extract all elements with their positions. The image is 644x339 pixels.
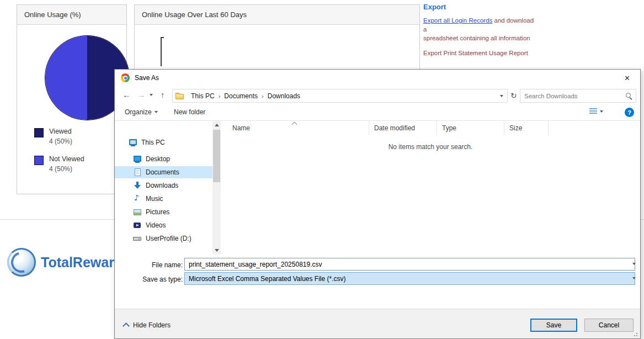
sidebar-item-this-pc[interactable]: This PC	[115, 136, 212, 149]
recent-locations-button[interactable]	[150, 94, 153, 96]
save-as-type-value: Microsoft Excel Comma Separated Values F…	[189, 275, 346, 283]
forward-button[interactable]: →	[137, 91, 145, 99]
change-view-button[interactable]	[589, 108, 603, 114]
scroll-down-button[interactable]	[212, 246, 221, 255]
legend-value: 4 (50%)	[49, 165, 84, 173]
legend-swatch-viewed	[34, 128, 44, 137]
dialog-titlebar[interactable]: Save As ✕	[115, 70, 640, 86]
sidebar-item-label: UserProfile (D:)	[146, 235, 191, 242]
search-box	[520, 89, 636, 103]
column-header-date-modified[interactable]: Date modified	[369, 121, 437, 135]
sidebar-item-label: Documents	[146, 168, 179, 176]
file-name-label: File name:	[115, 261, 183, 269]
dialog-footer: Hide Folders Save Cancel	[115, 309, 640, 338]
chevron-up-icon	[123, 322, 130, 330]
legend-swatch-not-viewed	[34, 156, 44, 165]
dialog-main-area: This PCDesktopDocumentsDownloadsMusicPic…	[115, 121, 640, 255]
sidebar-item-pictures[interactable]: Pictures	[115, 206, 212, 218]
sidebar-item-label: Music	[146, 195, 163, 203]
sidebar-item-desktop[interactable]: Desktop	[115, 153, 212, 165]
online-usage-panel: Online Usage (%) Viewed4 (50%)Not Viewed…	[17, 4, 127, 194]
export-login-line2: spreadsheet containing all information	[423, 35, 530, 41]
downloads-icon	[133, 181, 142, 190]
column-header-type[interactable]: Type	[437, 121, 504, 135]
drive-icon	[133, 234, 142, 243]
scroll-up-button[interactable]	[212, 121, 221, 129]
desktop-icon	[133, 155, 142, 163]
legend-label: Viewed	[49, 128, 72, 135]
dialog-toolbar: Organize New folder ?	[115, 105, 640, 121]
breadcrumb: This PC›Documents›Downloads	[187, 92, 304, 100]
search-icon[interactable]	[626, 93, 631, 98]
documents-icon	[133, 168, 142, 177]
new-folder-button[interactable]: New folder	[174, 108, 205, 116]
resize-grip[interactable]	[636, 335, 637, 336]
column-header-size[interactable]: Size	[504, 121, 549, 135]
view-list-icon	[589, 108, 597, 114]
file-name-dropdown-icon[interactable]	[632, 263, 636, 265]
legend-item-not-viewed: Not Viewed4 (50%)	[34, 155, 84, 173]
save-as-type-label: Save as type:	[115, 276, 183, 283]
breadcrumb-item-this-pc[interactable]: This PC	[187, 92, 219, 100]
new-folder-label: New folder	[174, 108, 205, 116]
export-login-paragraph: Export all Login Records and download a …	[423, 16, 538, 43]
refresh-button[interactable]: ↻	[510, 91, 517, 100]
file-list-header: NameDate modifiedTypeSize	[221, 121, 640, 135]
export-section: Export Export all Login Records and down…	[423, 3, 538, 56]
breadcrumb-item-downloads[interactable]: Downloads	[264, 92, 304, 100]
save-button[interactable]: Save	[530, 319, 577, 332]
close-button[interactable]: ✕	[615, 70, 640, 86]
export-heading: Export	[423, 3, 538, 11]
help-button[interactable]: ?	[625, 108, 634, 117]
back-button[interactable]: ←	[123, 91, 131, 99]
this-pc-icon	[129, 138, 137, 147]
totalrewards-logo-icon	[7, 248, 36, 277]
save-as-dialog: Save As ✕ ← → ↑ This PC›Documents›Downlo…	[114, 69, 641, 339]
organize-label: Organize	[125, 108, 152, 116]
search-input[interactable]	[520, 89, 636, 102]
sidebar-item-music[interactable]: Music	[115, 193, 212, 205]
export-login-records-link[interactable]: Export all Login Records	[423, 17, 492, 24]
empty-folder-message: No items match your search.	[221, 143, 640, 151]
sidebar-item-videos[interactable]: Videos	[115, 219, 212, 231]
videos-icon	[133, 221, 142, 230]
hide-folders-button[interactable]: Hide Folders	[124, 321, 171, 329]
usage-60-days-panel-header: Online Usage Over Last 60 Days	[135, 5, 419, 25]
sidebar-scrollbar[interactable]	[212, 121, 221, 255]
address-bar[interactable]: This PC›Documents›Downloads	[172, 89, 508, 103]
online-usage-panel-title: Online Usage (%)	[24, 10, 81, 19]
chevron-down-icon	[600, 110, 603, 113]
legend-label: Not Viewed	[49, 155, 84, 163]
legend-value: 4 (50%)	[49, 137, 72, 145]
dialog-title: Save As	[135, 74, 159, 82]
export-print-report-link[interactable]: Export Print Statement Usage Report	[423, 50, 528, 56]
sidebar-item-documents[interactable]: Documents	[115, 166, 212, 178]
sidebar-item-label: Downloads	[146, 182, 178, 189]
sidebar-scrollbar-thumb[interactable]	[213, 130, 220, 182]
save-as-type-dropdown-icon[interactable]	[632, 277, 636, 279]
triangle-up-icon	[215, 124, 219, 126]
dialog-sidebar: This PCDesktopDocumentsDownloadsMusicPic…	[115, 136, 212, 252]
folder-icon	[175, 92, 184, 99]
file-name-input[interactable]	[184, 258, 635, 271]
chrome-icon	[121, 73, 130, 82]
column-header-name[interactable]: Name	[221, 121, 369, 135]
sidebar-item-label: Pictures	[146, 208, 169, 216]
triangle-down-icon	[215, 249, 219, 252]
online-usage-panel-header: Online Usage (%)	[17, 5, 126, 25]
music-icon	[133, 194, 142, 203]
up-button[interactable]: ↑	[161, 91, 165, 99]
breadcrumb-item-documents[interactable]: Documents	[220, 92, 262, 100]
sidebar-item-label: Videos	[146, 221, 166, 229]
sidebar-item-userprofile-d[interactable]: UserProfile (D:)	[115, 232, 212, 245]
organize-button[interactable]: Organize	[125, 108, 158, 116]
sidebar-item-downloads[interactable]: Downloads	[115, 179, 212, 192]
legend-item-viewed: Viewed4 (50%)	[34, 128, 72, 145]
sidebar-item-label: Desktop	[146, 155, 170, 163]
cancel-button[interactable]: Cancel	[584, 319, 634, 332]
hide-folders-label: Hide Folders	[133, 321, 171, 329]
address-dropdown-button[interactable]	[500, 95, 503, 97]
save-as-type-select[interactable]: Microsoft Excel Comma Separated Values F…	[184, 272, 635, 285]
screen: Online Usage (%) Viewed4 (50%)Not Viewed…	[0, 0, 644, 339]
chart-axis-mark	[161, 37, 162, 66]
